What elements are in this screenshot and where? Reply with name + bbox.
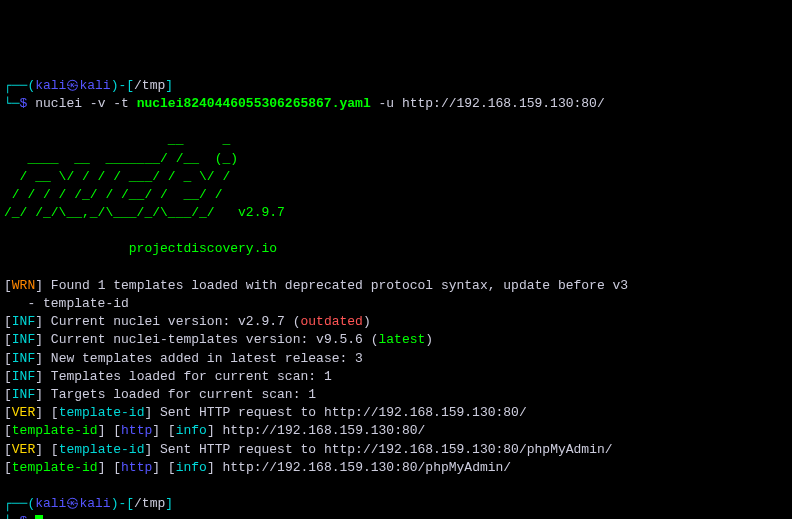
prompt-box-mid: )-[ — [111, 78, 134, 93]
prompt-sep: ㉿ — [66, 78, 79, 93]
prompt-box-close: ] — [165, 496, 173, 511]
prompt-line2-prefix: └─ — [4, 96, 20, 111]
prompt-line-1: ┌──(kali㉿kali)-[/tmp] — [4, 77, 788, 95]
prompt-user: kali — [35, 496, 66, 511]
ver-line-1: [VER] [template-id] Sent HTTP request to… — [4, 404, 788, 422]
inf-line-2: [INF] Current nuclei-templates version: … — [4, 331, 788, 349]
prompt-box-close: ] — [165, 78, 173, 93]
cmd-suffix: -u http://192.168.159.130:80/ — [371, 96, 605, 111]
ver-line-2: [VER] [template-id] Sent HTTP request to… — [4, 441, 788, 459]
result-line-1: [template-id] [http] [info] http://192.1… — [4, 422, 788, 440]
prompt-box-mid: )-[ — [111, 496, 134, 511]
result-url: http://192.168.159.130:80/ — [215, 423, 426, 438]
ver-tag: VER — [12, 442, 35, 457]
wrn-tag: WRN — [12, 278, 35, 293]
template-id: template-id — [12, 423, 98, 438]
cursor-icon — [35, 515, 43, 519]
template-id: template-id — [59, 442, 145, 457]
latest-label: latest — [379, 332, 426, 347]
prompt-user: kali — [35, 78, 66, 93]
prompt2-line-2[interactable]: └─$ — [4, 513, 788, 519]
inf-tag: INF — [12, 369, 35, 384]
prompt-box-open: ┌──( — [4, 496, 35, 511]
protocol: http — [121, 460, 152, 475]
wrn-text: Found 1 templates loaded with deprecated… — [43, 278, 628, 293]
inf-line-1: [INF] Current nuclei version: v2.9.7 (ou… — [4, 313, 788, 331]
cmd-file: nuclei8240446055306265867.yaml — [137, 96, 371, 111]
wrn-sub: - template-id — [4, 295, 788, 313]
severity: info — [176, 423, 207, 438]
terminal[interactable]: ┌──(kali㉿kali)-[/tmp]└─$ nuclei -v -t nu… — [4, 77, 788, 519]
inf-line-3: [INF] New templates added in latest rele… — [4, 350, 788, 368]
inf-line-4: [INF] Templates loaded for current scan:… — [4, 368, 788, 386]
protocol: http — [121, 423, 152, 438]
cmd-prefix: nuclei -v -t — [27, 96, 136, 111]
prompt-dollar: $ — [20, 514, 28, 519]
prompt-path: /tmp — [134, 496, 165, 511]
prompt-path: /tmp — [134, 78, 165, 93]
prompt-box-open: ┌──( — [4, 78, 35, 93]
prompt-line-2: └─$ nuclei -v -t nuclei82404460553062658… — [4, 95, 788, 113]
tagline: projectdiscovery.io — [4, 240, 788, 258]
prompt-host: kali — [79, 496, 110, 511]
result-line-2: [template-id] [http] [info] http://192.1… — [4, 459, 788, 477]
prompt2-line-1: ┌──(kali㉿kali)-[/tmp] — [4, 495, 788, 513]
inf-tag: INF — [12, 387, 35, 402]
outdated-label: outdated — [300, 314, 362, 329]
prompt-line2-prefix: └─ — [4, 514, 20, 519]
template-id: template-id — [12, 460, 98, 475]
inf-line-5: [INF] Targets loaded for current scan: 1 — [4, 386, 788, 404]
inf-tag: INF — [12, 351, 35, 366]
prompt-sep: ㉿ — [66, 496, 79, 511]
inf-tag: INF — [12, 314, 35, 329]
prompt-host: kali — [79, 78, 110, 93]
inf-tag: INF — [12, 332, 35, 347]
ascii-logo: __ _ ____ __ _______/ /__ (_) / __ \/ / … — [4, 131, 788, 222]
template-id: template-id — [59, 405, 145, 420]
result-url: http://192.168.159.130:80/phpMyAdmin/ — [215, 460, 511, 475]
ver-tag: VER — [12, 405, 35, 420]
severity: info — [176, 460, 207, 475]
wrn-line: [WRN] Found 1 templates loaded with depr… — [4, 277, 788, 295]
